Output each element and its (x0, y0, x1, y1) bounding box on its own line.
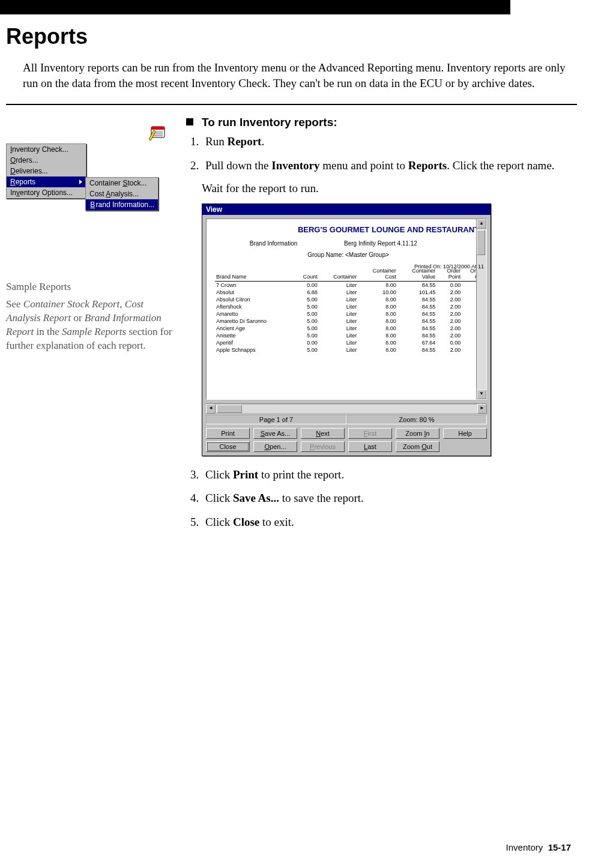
print-button[interactable]: Print (206, 428, 250, 439)
table-row: Aftershock5.00Liter8.0084.552.00 (215, 303, 482, 310)
last-button[interactable]: Last (348, 441, 392, 452)
report-group-name: Group Name: <Master Group> (215, 252, 482, 258)
submenu-item-container-stock[interactable]: Container Stock... (86, 178, 158, 188)
status-zoom: Zoom: 80 % (346, 415, 487, 424)
step-3: Click Print to print the report. (202, 467, 577, 483)
notepad-icon (148, 124, 168, 141)
col-count: Count (294, 267, 320, 282)
previous-button[interactable]: Previous (301, 441, 345, 452)
table-row: Ancient Age5.00Liter8.0084.552.00 (215, 325, 482, 332)
report-printed-on: Printed On: 10/12/2000 At 11 (414, 264, 484, 270)
report-document-area: ▲ ▼ BERG'S GOURMET LOUNGE AND RESTAURANT… (206, 219, 487, 400)
procedure-heading: To run Inventory reports: (186, 116, 577, 129)
vertical-scrollbar[interactable]: ▲ ▼ (476, 219, 486, 399)
menu-item-inventory-check[interactable]: Inventory Check... (7, 144, 86, 155)
step-1: Run Report. (202, 134, 577, 149)
report-table: Brand NameCountContainerContainerCostCon… (215, 267, 482, 354)
close-button[interactable]: Close (206, 441, 250, 452)
report-subtitle-right: Berg Infinity Report 4.11.12 (332, 240, 482, 247)
horizontal-scrollbar[interactable]: ◄ ► (206, 403, 487, 414)
sidebar-note-title: Sample Reports (6, 280, 174, 294)
window-titlebar[interactable]: View (202, 204, 491, 215)
submenu-item-cost-analysis[interactable]: Cost Analysis... (86, 188, 158, 199)
table-row: Apple Schnapps5.00Liter8.0084.552.00 (215, 346, 482, 354)
scroll-thumb[interactable] (477, 230, 485, 255)
first-button[interactable]: First (348, 428, 392, 439)
svg-rect-1 (151, 127, 165, 130)
report-title: BERG'S GOURMET LOUNGE AND RESTAURANT (215, 225, 482, 234)
wait-text: Wait for the report to run. (202, 182, 577, 195)
menu-item-orders[interactable]: Orders... (7, 155, 86, 166)
step-2: Pull down the Inventory menu and point t… (202, 158, 577, 173)
table-row: Aperitif0.00Liter6.0067.640.00 (215, 339, 482, 346)
menu-screenshot: Inventory Check... Orders... Deliveries.… (6, 143, 162, 232)
scroll-thumb-h[interactable] (217, 405, 242, 413)
step-4: Click Save As... to save the report. (202, 490, 577, 506)
status-page: Page 1 of 7 (206, 415, 346, 424)
help-button[interactable]: Help (443, 428, 487, 439)
scroll-up-icon[interactable]: ▲ (477, 219, 486, 229)
table-row: Amaretto Di Saronno5.00Liter8.0084.552.0… (215, 318, 482, 325)
zoom-out-button[interactable]: Zoom Out (396, 441, 439, 452)
menu-item-deliveries[interactable]: Deliveries... (7, 166, 86, 176)
status-bar: Page 1 of 7 Zoom: 80 % (202, 414, 491, 426)
open-button[interactable]: Open... (253, 441, 297, 452)
table-row: Amaretto5.00Liter8.0084.552.00 (215, 310, 482, 318)
menu-item-inventory-options[interactable]: Inventory Options... (7, 187, 86, 198)
scroll-left-icon[interactable]: ◄ (206, 404, 216, 414)
page-header-bar (0, 0, 510, 14)
report-viewer-window: View ▲ ▼ BERG'S GOURMET LOUNGE AND RESTA… (202, 203, 491, 456)
col-brand-name: Brand Name (215, 267, 294, 282)
page-title: Reports (6, 24, 577, 49)
sidebar-note: Sample Reports See Container Stock Repor… (6, 280, 174, 353)
table-row: Absolut6.88Liter10.00101.452.00 (215, 289, 482, 296)
table-row: Anisette5.00Liter8.0084.552.00 (215, 332, 482, 339)
table-row: 7 Crown0.00Liter8.0084.550.00 (215, 281, 482, 289)
report-subtitle-left: Brand Information (215, 240, 332, 247)
intro-paragraph: All Inventory reports can be run from th… (23, 60, 571, 91)
col-container-cost: ContainerCost (359, 267, 399, 282)
step-5: Click Close to exit. (202, 514, 577, 530)
save-as-button[interactable]: Save As... (253, 428, 297, 439)
scroll-down-icon[interactable]: ▼ (477, 390, 486, 399)
next-button[interactable]: Next (301, 428, 345, 439)
submenu-arrow-icon (79, 179, 82, 184)
submenu-item-brand-information[interactable]: Brand Information... (86, 199, 158, 210)
sidebar-note-body: See Container Stock Report, Cost Analysi… (6, 298, 174, 353)
divider (6, 104, 577, 105)
scroll-right-icon[interactable]: ► (477, 404, 487, 414)
table-row: Absolut Citron5.00Liter8.0084.552.00 (215, 296, 482, 303)
zoom-in-button[interactable]: Zoom In (396, 428, 439, 439)
bullet-square-icon (186, 118, 193, 125)
menu-item-reports[interactable]: Reports (7, 176, 86, 187)
col-container: Container (320, 267, 360, 282)
